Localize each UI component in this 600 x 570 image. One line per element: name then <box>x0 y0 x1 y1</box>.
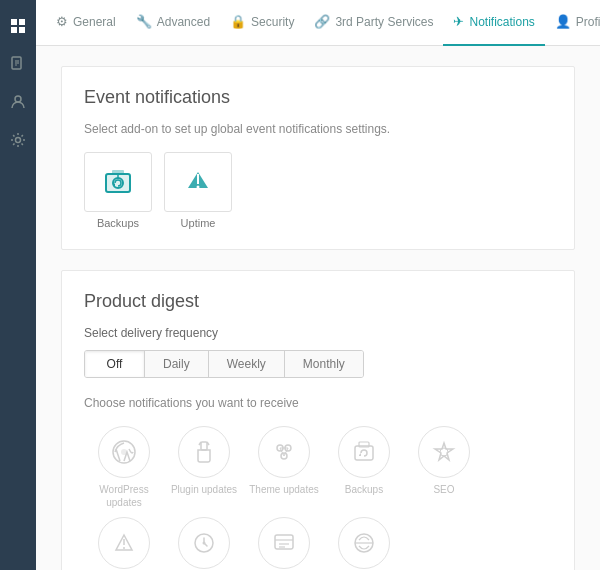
sidebar-settings-icon[interactable] <box>0 122 36 158</box>
tab-profile[interactable]: 👤 Profile <box>545 0 600 46</box>
notif-backups-icon <box>338 426 390 478</box>
svg-point-9 <box>16 138 21 143</box>
svg-rect-0 <box>11 19 17 25</box>
svg-rect-28 <box>355 446 373 460</box>
notif-wordpress[interactable]: WordPress updates <box>84 426 164 509</box>
frequency-group: Off Daily Weekly Monthly <box>84 350 364 378</box>
notif-optimizations-icon <box>178 517 230 569</box>
notif-product-updates-icon <box>258 517 310 569</box>
svg-rect-13 <box>112 170 124 175</box>
notif-theme[interactable]: Theme updates <box>244 426 324 509</box>
tab-general[interactable]: ⚙ General <box>46 0 126 46</box>
svg-marker-30 <box>435 443 453 460</box>
sidebar-dashboard-icon[interactable] <box>0 8 36 44</box>
notif-wordpress-icon <box>98 426 150 478</box>
notif-seo[interactable]: SEO <box>404 426 484 509</box>
product-digest-title: Product digest <box>84 291 552 312</box>
addon-uptime-label: Uptime <box>181 217 216 229</box>
freq-daily-btn[interactable]: Daily <box>145 351 209 377</box>
notif-optimizations[interactable]: Optimizations <box>164 517 244 570</box>
svg-point-16 <box>197 186 200 189</box>
event-notifications-section: Event notifications Select add-on to set… <box>61 66 575 250</box>
svg-point-8 <box>15 96 21 102</box>
product-digest-section: Product digest Select delivery frequency… <box>61 270 575 570</box>
svg-point-34 <box>123 547 125 549</box>
sidebar <box>0 0 36 570</box>
main-content: ⚙ General 🔧 Advanced 🔒 Security 🔗 3rd Pa… <box>36 0 600 570</box>
event-notifications-desc: Select add-on to set up global event not… <box>84 122 552 136</box>
notif-product-updates[interactable]: Product Updates <box>244 517 324 570</box>
profile-tab-icon: 👤 <box>555 14 571 29</box>
tab-navigation: ⚙ General 🔧 Advanced 🔒 Security 🔗 3rd Pa… <box>36 0 600 46</box>
svg-point-31 <box>440 448 448 456</box>
svg-point-18 <box>121 449 127 455</box>
tab-security[interactable]: 🔒 Security <box>220 0 304 46</box>
svg-rect-19 <box>201 442 207 450</box>
notif-seo-icon <box>418 426 470 478</box>
addon-row: Backups Uptime <box>84 152 552 229</box>
svg-point-36 <box>203 542 206 545</box>
advanced-tab-icon: 🔧 <box>136 14 152 29</box>
freq-off-btn[interactable]: Off <box>85 351 145 377</box>
freq-weekly-btn[interactable]: Weekly <box>209 351 285 377</box>
event-notifications-title: Event notifications <box>84 87 552 108</box>
notif-plugin[interactable]: Plugin updates <box>164 426 244 509</box>
security-tab-icon: 🔒 <box>230 14 246 29</box>
tab-advanced[interactable]: 🔧 Advanced <box>126 0 220 46</box>
freq-label: Select delivery frequency <box>84 326 552 340</box>
addon-backups-label: Backups <box>97 217 139 229</box>
notif-managewp-blog-icon <box>338 517 390 569</box>
addon-uptime-icon-box <box>164 152 232 212</box>
notif-wordpress-label: WordPress updates <box>84 483 164 509</box>
addon-uptime[interactable]: Uptime <box>164 152 232 229</box>
svg-rect-3 <box>19 27 25 33</box>
notif-plugin-label: Plugin updates <box>171 483 237 496</box>
3rdparty-tab-icon: 🔗 <box>314 14 330 29</box>
notifications-tab-icon: ✈ <box>453 14 464 29</box>
notif-backups-label: Backups <box>345 483 383 496</box>
notif-theme-icon <box>258 426 310 478</box>
notif-backups[interactable]: Backups <box>324 426 404 509</box>
addon-backups[interactable]: Backups <box>84 152 152 229</box>
freq-monthly-btn[interactable]: Monthly <box>285 351 363 377</box>
sidebar-users-icon[interactable] <box>0 84 36 120</box>
notif-uptime-icon <box>98 517 150 569</box>
page-content: Event notifications Select add-on to set… <box>36 46 600 570</box>
addon-backups-icon-box <box>84 152 152 212</box>
svg-rect-1 <box>19 19 25 25</box>
notif-theme-label: Theme updates <box>249 483 319 496</box>
notif-plugin-icon <box>178 426 230 478</box>
general-tab-icon: ⚙ <box>56 14 68 29</box>
tab-3rdparty[interactable]: 🔗 3rd Party Services <box>304 0 443 46</box>
sidebar-pages-icon[interactable] <box>0 46 36 82</box>
notif-choose-label: Choose notifications you want to receive <box>84 396 552 410</box>
tab-notifications[interactable]: ✈ Notifications <box>443 0 544 46</box>
notif-seo-label: SEO <box>433 483 454 496</box>
notif-managewp-blog[interactable]: ManageWP Blog <box>324 517 404 570</box>
notif-uptime[interactable]: Uptime <box>84 517 164 570</box>
svg-rect-2 <box>11 27 17 33</box>
notification-grid: WordPress updates Plugin updates Theme u… <box>84 426 552 570</box>
